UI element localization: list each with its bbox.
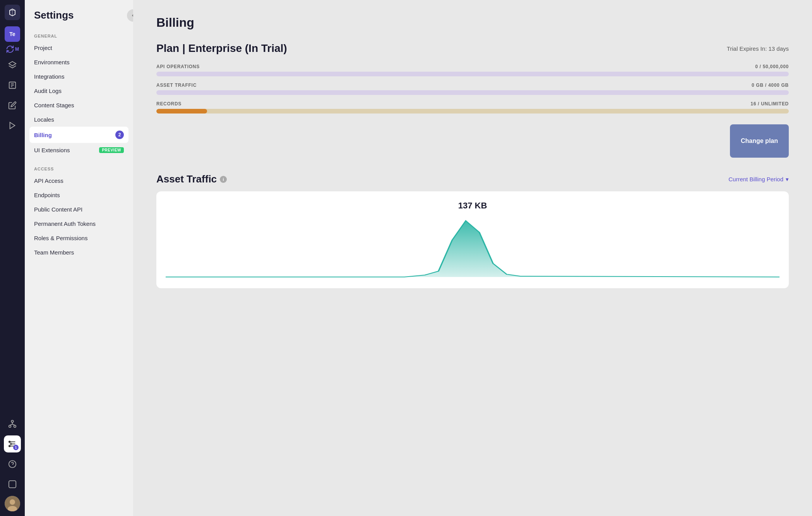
usage-row-asset: ASSET TRAFFIC 0 GB / 4000 GB bbox=[156, 83, 789, 95]
usage-label-records: RECORDS bbox=[156, 101, 182, 107]
usage-label-api: API OPERATIONS bbox=[156, 64, 200, 69]
usage-bar-asset-bg bbox=[156, 90, 789, 95]
usage-value-asset: 0 GB / 4000 GB bbox=[752, 83, 789, 88]
usage-value-records: 16 / UNLIMITED bbox=[750, 101, 789, 107]
svg-marker-1 bbox=[9, 62, 16, 66]
integrations-icon[interactable] bbox=[4, 415, 21, 432]
usage-bar-api-bg bbox=[156, 72, 789, 76]
dropdown-arrow-icon: ▾ bbox=[786, 176, 789, 183]
svg-point-17 bbox=[10, 443, 12, 445]
page-title: Billing bbox=[156, 15, 789, 30]
help-icon[interactable] bbox=[4, 456, 21, 473]
sidebar-section-general: GENERAL bbox=[25, 29, 133, 41]
sidebar-item-team-members[interactable]: Team Members bbox=[25, 245, 133, 260]
sidebar-item-roles-permissions[interactable]: Roles & Permissions bbox=[25, 231, 133, 245]
usage-bar-records-bg bbox=[156, 109, 789, 114]
change-plan-button[interactable]: Change plan bbox=[730, 124, 789, 158]
svg-point-8 bbox=[9, 425, 11, 428]
info-icon[interactable]: i bbox=[220, 176, 227, 183]
sidebar-item-billing[interactable]: Billing 2 bbox=[29, 127, 128, 143]
billing-badge: 2 bbox=[115, 131, 124, 139]
usage-value-api: 0 / 50,000,000 bbox=[755, 64, 789, 69]
sidebar-item-integrations[interactable]: Integrations bbox=[25, 69, 133, 84]
svg-marker-25 bbox=[166, 221, 779, 277]
sidebar-item-api-access[interactable]: API Access bbox=[25, 174, 133, 188]
svg-line-11 bbox=[10, 424, 12, 425]
chart-value: 137 KB bbox=[166, 201, 779, 211]
workspace-avatar[interactable]: Te bbox=[5, 26, 20, 42]
layers-icon[interactable] bbox=[4, 57, 21, 74]
asset-traffic-chart: 137 KB bbox=[156, 191, 789, 288]
main-content: Billing Plan | Enterprise (In Trial) Tri… bbox=[133, 0, 812, 516]
edit-icon[interactable] bbox=[4, 77, 21, 94]
trial-expires: Trial Expires In: 13 days bbox=[727, 45, 789, 52]
settings-icon[interactable]: 1 bbox=[4, 435, 21, 452]
preview-badge: PREVIEW bbox=[99, 147, 124, 153]
plan-header: Plan | Enterprise (In Trial) Trial Expir… bbox=[156, 42, 789, 55]
sync-icon[interactable]: M bbox=[6, 45, 19, 53]
sidebar-item-public-content-api[interactable]: Public Content API bbox=[25, 202, 133, 217]
svg-rect-21 bbox=[9, 481, 16, 488]
sidebar-item-project[interactable]: Project bbox=[25, 41, 133, 55]
sidebar-title: Settings bbox=[25, 9, 133, 29]
usage-row-api: API OPERATIONS 0 / 50,000,000 bbox=[156, 64, 789, 76]
sidebar-item-endpoints[interactable]: Endpoints bbox=[25, 188, 133, 202]
sidebar-item-environments[interactable]: Environments bbox=[25, 55, 133, 69]
action-row: Billing details 3 Change plan bbox=[156, 124, 789, 158]
user-avatar[interactable] bbox=[5, 496, 20, 511]
sidebar-item-content-stages[interactable]: Content Stages bbox=[25, 98, 133, 112]
settings-sidebar: Settings GENERAL Project Environments In… bbox=[25, 0, 133, 516]
notifications-icon[interactable] bbox=[4, 476, 21, 493]
sidebar-section-access: ACCESS bbox=[25, 162, 133, 174]
settings-badge: 1 bbox=[13, 445, 19, 450]
svg-point-18 bbox=[9, 445, 10, 447]
play-icon[interactable] bbox=[4, 117, 21, 134]
svg-marker-6 bbox=[10, 122, 15, 129]
usage-section: API OPERATIONS 0 / 50,000,000 ASSET TRAF… bbox=[156, 64, 789, 114]
usage-label-asset: ASSET TRAFFIC bbox=[156, 83, 197, 88]
billing-period-dropdown[interactable]: Current Billing Period ▾ bbox=[728, 176, 789, 183]
svg-point-23 bbox=[10, 499, 15, 505]
plan-title: Plan | Enterprise (In Trial) bbox=[156, 42, 287, 55]
svg-line-12 bbox=[12, 424, 15, 425]
svg-point-7 bbox=[11, 420, 14, 423]
icon-bar: Te M bbox=[0, 0, 25, 516]
sidebar-item-audit-logs[interactable]: Audit Logs bbox=[25, 84, 133, 98]
compose-icon[interactable] bbox=[4, 97, 21, 114]
svg-point-16 bbox=[9, 441, 10, 443]
svg-point-9 bbox=[14, 425, 16, 428]
sidebar-item-permanent-auth-tokens[interactable]: Permanent Auth Tokens bbox=[25, 217, 133, 231]
usage-row-records: RECORDS 16 / UNLIMITED bbox=[156, 101, 789, 114]
asset-traffic-title: Asset Traffic i bbox=[156, 173, 227, 185]
chart-area bbox=[166, 217, 779, 279]
sidebar-item-locales[interactable]: Locales bbox=[25, 112, 133, 127]
app-logo[interactable] bbox=[5, 5, 20, 20]
asset-traffic-header: Asset Traffic i Current Billing Period ▾ bbox=[156, 173, 789, 185]
sidebar-item-ui-extensions[interactable]: UI Extensions PREVIEW bbox=[25, 143, 133, 157]
usage-bar-records-fill bbox=[156, 109, 207, 114]
